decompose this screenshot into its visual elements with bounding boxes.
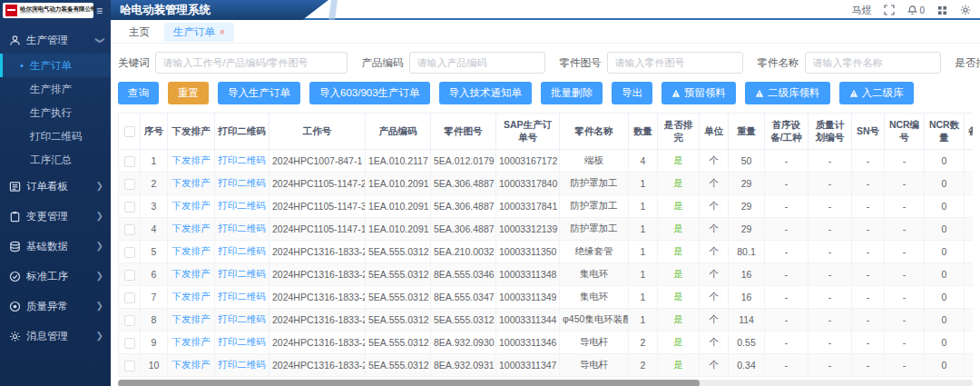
sidebar-subitem[interactable]: 生产排产: [0, 77, 111, 101]
send-to-schedule-link[interactable]: 下发排产: [172, 268, 211, 279]
filter-item-3: 零件名称: [758, 52, 941, 74]
button-label: 查询: [128, 86, 149, 100]
row-checkbox[interactable]: [124, 202, 135, 213]
column-header-9: 是否排完: [658, 114, 700, 150]
print-qrcode-link[interactable]: 打印二维码: [218, 223, 266, 233]
sidebar-item-group-5[interactable]: 质量异常❯: [0, 292, 111, 322]
send-to-schedule-link[interactable]: 下发排产: [172, 245, 211, 256]
send-to-schedule-link[interactable]: 下发排产: [172, 313, 211, 324]
close-icon[interactable]: ×: [220, 27, 225, 37]
toolbar-button-6[interactable]: 导出: [612, 82, 652, 104]
send-to-schedule-link[interactable]: 下发排产: [172, 200, 211, 211]
print-qrcode-link[interactable]: 打印二维码: [218, 268, 266, 279]
send-to-schedule-link[interactable]: 下发排产: [172, 223, 211, 233]
toolbar-button-4[interactable]: 导入技术通知单: [439, 82, 533, 104]
notification-bell-icon[interactable]: 0: [907, 5, 925, 15]
print-qrcode-link[interactable]: 打印二维码: [218, 313, 266, 324]
row-checkbox[interactable]: [124, 361, 135, 371]
fullscreen-icon[interactable]: [884, 5, 895, 15]
cell-sn: -: [852, 241, 885, 263]
sidebar-collapse-icon[interactable]: ≡: [96, 5, 103, 17]
finished-flag: 是: [673, 291, 683, 302]
row-checkbox[interactable]: [124, 156, 135, 167]
sidebar-subitem[interactable]: 打印二维码: [0, 124, 111, 148]
cell-sn: -: [852, 286, 885, 309]
settings-gear-icon[interactable]: [960, 5, 971, 15]
cell-unit: 个: [700, 263, 729, 286]
sidebar-item-group-4[interactable]: 标准工序❯: [0, 262, 111, 292]
sidebar-item-production-management[interactable]: 生产管理❯: [0, 26, 111, 54]
cell-product_code: 1EA.010.2091: [366, 173, 431, 195]
print-qrcode-link[interactable]: 打印二维码: [218, 359, 266, 370]
send-to-schedule-link[interactable]: 下发排产: [172, 154, 211, 165]
tab-0[interactable]: 主页: [120, 23, 159, 42]
sidebar-subitem[interactable]: •生产订单: [0, 54, 111, 77]
cell-part_no: 5EA.555.0312: [431, 309, 496, 332]
toolbar-button-5[interactable]: 批量删除: [541, 82, 603, 104]
cell-ncr_no: -: [885, 150, 925, 173]
toolbar: 查询重置导入生产订单导入603/903生产订单导入技术通知单批量删除导出预留领料…: [118, 82, 973, 104]
filter-input-2[interactable]: [607, 52, 743, 74]
cell-ncr_qty: 0: [925, 332, 965, 354]
chevron-icon: ❯: [94, 36, 104, 44]
filter-input-1[interactable]: [409, 52, 545, 74]
cell-seq: 1: [141, 150, 168, 173]
sidebar-item-group-6[interactable]: 消息管理❯: [0, 322, 111, 351]
row-checkbox[interactable]: [124, 247, 135, 258]
toolbar-button-3[interactable]: 导入603/903生产订单: [309, 82, 430, 104]
row-checkbox[interactable]: [124, 315, 135, 326]
sidebar-item-group-1[interactable]: 订单看板❯: [0, 172, 111, 202]
cell-print: 打印二维码: [215, 286, 270, 309]
cell-remark: -: [965, 309, 974, 332]
filter-input-3[interactable]: [805, 52, 941, 74]
cell-part_no: 5EA.210.0032: [431, 241, 496, 263]
tab-1[interactable]: 生产订单×: [164, 23, 234, 42]
row-checkbox[interactable]: [124, 270, 135, 281]
row-checkbox[interactable]: [124, 338, 135, 349]
select-all-checkbox[interactable]: [124, 126, 135, 137]
filter-item-2: 零件图号: [560, 52, 743, 74]
cell-first_equip: -: [765, 309, 808, 332]
cell-finished: 是: [658, 150, 700, 173]
send-to-schedule-link[interactable]: 下发排产: [172, 359, 211, 370]
sidebar-item-group-3[interactable]: 基础数据❯: [0, 232, 111, 262]
cell-qty: 1: [629, 195, 658, 218]
sidebar-subitem[interactable]: 工序汇总: [0, 148, 111, 172]
column-header-5: 零件图号: [431, 114, 496, 150]
apps-grid-icon[interactable]: [937, 5, 947, 15]
cell-work_no: 2024HPC1105-1147-1: [270, 218, 366, 241]
toolbar-button-1[interactable]: 重置: [168, 82, 209, 104]
print-qrcode-link[interactable]: 打印二维码: [218, 291, 266, 302]
toolbar-button-9[interactable]: 入二级库: [839, 82, 914, 104]
row-checkbox[interactable]: [124, 179, 135, 190]
send-to-schedule-link[interactable]: 下发排产: [172, 336, 211, 347]
cell-sn: -: [852, 263, 885, 286]
row-checkbox[interactable]: [124, 292, 135, 303]
toolbar-button-8[interactable]: 二级库领料: [745, 82, 830, 104]
print-qrcode-link[interactable]: 打印二维码: [218, 177, 266, 188]
user-name[interactable]: 马煜: [851, 4, 871, 17]
company-logo-icon: [5, 5, 17, 16]
finished-flag: 是: [673, 245, 683, 256]
toolbar-button-7[interactable]: 预留领料: [662, 82, 736, 104]
horizontal-scrollbar-thumb[interactable]: [118, 380, 700, 386]
send-to-schedule-link[interactable]: 下发排产: [172, 177, 211, 188]
send-to-schedule-link[interactable]: 下发排产: [172, 291, 211, 302]
cell-remark: -: [965, 173, 974, 195]
print-qrcode-link[interactable]: 打印二维码: [218, 154, 266, 165]
cell-print: 打印二维码: [215, 309, 270, 332]
filter-row: 关键词产品编码零件图号零件名称是否排完请选择是否排完: [118, 52, 973, 74]
cell-ncr_qty: 0: [925, 150, 965, 173]
print-qrcode-link[interactable]: 打印二维码: [218, 200, 266, 211]
system-title-wedge: 哈电动装管理系统: [111, 0, 328, 20]
toolbar-button-2[interactable]: 导入生产订单: [218, 82, 300, 104]
row-checkbox[interactable]: [124, 224, 135, 235]
print-qrcode-link[interactable]: 打印二维码: [218, 336, 266, 347]
toolbar-button-0[interactable]: 查询: [118, 82, 159, 104]
cell-product_code: 5EA.555.0312: [366, 263, 431, 286]
sidebar-item-group-2[interactable]: 变更管理❯: [0, 202, 111, 232]
print-qrcode-link[interactable]: 打印二维码: [218, 245, 266, 256]
horizontal-scrollbar[interactable]: [118, 380, 973, 386]
sidebar-subitem[interactable]: 生产执行: [0, 101, 111, 124]
filter-input-0[interactable]: [155, 52, 348, 74]
